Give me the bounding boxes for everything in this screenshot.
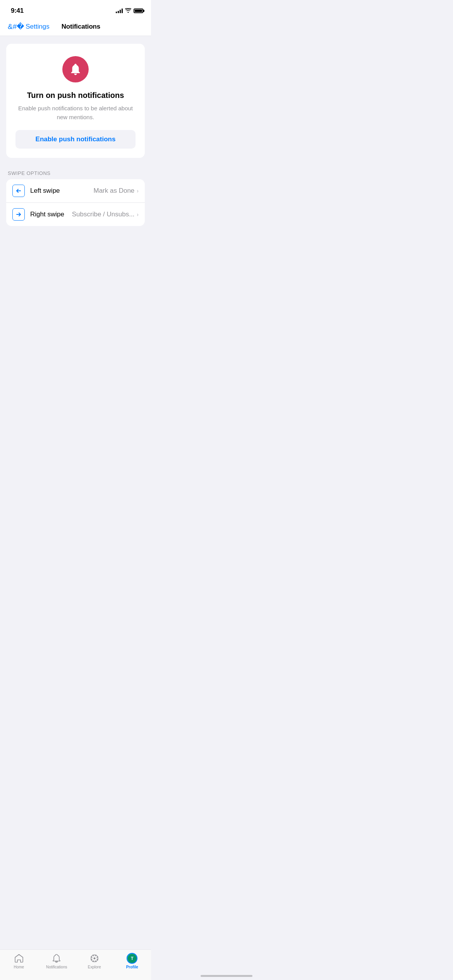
swipe-options-label: SWIPE OPTIONS xyxy=(6,170,145,176)
right-chevron-icon-2: › xyxy=(137,211,139,218)
bell-icon xyxy=(69,63,82,76)
enable-push-button[interactable]: Enable push notifications xyxy=(15,130,136,149)
battery-icon xyxy=(134,9,143,13)
left-swipe-row[interactable]: Left swipe Mark as Done › xyxy=(6,179,145,203)
back-button[interactable]: &#� Settings xyxy=(8,22,50,31)
right-arrow-box xyxy=(12,208,25,221)
nav-bar: &#� Settings Notifications xyxy=(0,19,151,36)
signal-icon xyxy=(116,9,123,13)
status-icons xyxy=(116,8,143,14)
left-swipe-value: Mark as Done xyxy=(94,187,135,195)
status-time: 9:41 xyxy=(11,7,24,15)
bell-circle xyxy=(62,56,89,82)
push-subtext: Enable push notifications to be alerted … xyxy=(15,104,136,122)
swipe-options-card: Left swipe Mark as Done › Right swipe Su… xyxy=(6,179,145,226)
push-heading: Turn on push notifications xyxy=(15,90,136,100)
back-label: Settings xyxy=(26,23,49,31)
right-swipe-label: Right swipe xyxy=(30,211,72,218)
right-arrow-icon xyxy=(15,211,22,218)
right-swipe-value: Subscribe / Unsubs... xyxy=(72,211,135,218)
status-bar: 9:41 xyxy=(0,0,151,19)
left-arrow-icon xyxy=(15,188,22,194)
main-content: Turn on push notifications Enable push n… xyxy=(0,36,151,265)
right-swipe-row[interactable]: Right swipe Subscribe / Unsubs... › xyxy=(6,203,145,226)
push-notification-card: Turn on push notifications Enable push n… xyxy=(6,44,145,158)
left-arrow-box xyxy=(12,185,25,197)
back-chevron-icon: &#� xyxy=(8,22,24,31)
page-title: Notifications xyxy=(62,23,100,31)
right-chevron-icon: › xyxy=(137,188,139,194)
wifi-icon xyxy=(125,8,131,14)
left-swipe-label: Left swipe xyxy=(30,187,94,195)
